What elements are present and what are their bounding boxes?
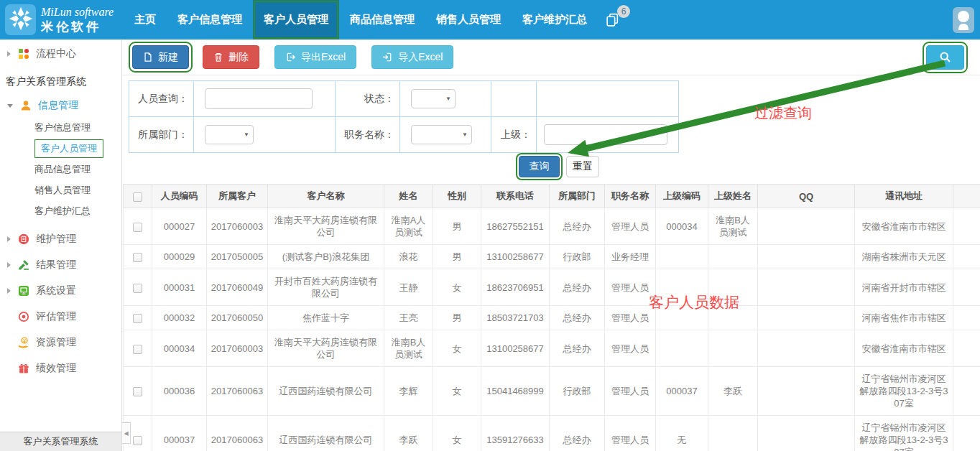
target-icon	[17, 311, 29, 323]
sidebar-item-evaluation-mgmt[interactable]: 评估管理	[0, 304, 121, 330]
sidebar-item-maintenance-mgmt[interactable]: 维护管理	[0, 226, 121, 252]
nav-item-maintenance-summary[interactable]: 客户维护汇总	[512, 0, 598, 39]
export-button-label: 导出Excel	[301, 51, 346, 64]
cell: 000034	[656, 208, 708, 245]
table-header-row: 人员编码所属客户客户名称姓名性别联系电话所属部门职务名称上级编码上级姓名QQ通讯…	[124, 185, 980, 208]
row-checkbox[interactable]	[133, 387, 142, 396]
sidebar-item-label: 客户信息管理	[34, 121, 91, 134]
table-row[interactable]: 0000362017060063辽西国药连锁有限公司李辉女15041468999…	[124, 367, 980, 416]
sidebar-item-label: 系统设置	[36, 284, 76, 297]
cell: 管理人员	[605, 208, 656, 245]
table-row[interactable]: 0000322017060050焦作蓝十字王亮男18503721703总经办管理…	[124, 306, 980, 330]
cell: 2017050005	[207, 245, 268, 269]
cell: 李跃	[708, 367, 758, 416]
table-row[interactable]: 0000292017050005(测试客户B)浪花集团浪花男1310025867…	[124, 245, 980, 269]
cell: 13591276633	[481, 416, 550, 451]
cell: 李辉	[384, 367, 433, 416]
query-button[interactable]: 查询	[519, 156, 560, 177]
column-header: 所属客户	[207, 185, 268, 208]
new-button[interactable]: 新建	[132, 45, 189, 69]
select-all-checkbox[interactable]	[133, 192, 142, 202]
cell-empty	[953, 269, 980, 306]
cell: 总经办	[550, 269, 605, 306]
filter-form: 人员查询： 状态： ▼ 所属部门： ▼ 职务名称： ▼ 上级：	[129, 80, 679, 153]
cell: 000037	[656, 367, 708, 416]
nav-item-customer-info[interactable]: 客户信息管理	[167, 0, 253, 39]
reset-button[interactable]: 重置	[566, 156, 599, 177]
settings-icon	[17, 285, 29, 297]
import-icon	[382, 52, 393, 62]
sidebar-item-resource-mgmt[interactable]: 资源管理	[0, 330, 121, 355]
row-checkbox[interactable]	[133, 345, 142, 354]
import-excel-button[interactable]: 导入Excel	[371, 45, 453, 69]
user-avatar[interactable]	[953, 7, 974, 33]
column-header: 姓名	[384, 185, 433, 208]
cell-empty	[953, 208, 980, 245]
cell: 管理人员	[605, 269, 656, 306]
trash-icon	[213, 52, 223, 62]
brand-name-en: MiLun software	[41, 5, 114, 19]
cell-empty	[953, 245, 980, 269]
superior-input[interactable]	[544, 124, 667, 145]
nav-item-home[interactable]: 主页	[124, 0, 167, 39]
cell: 000031	[152, 269, 207, 306]
column-header: 职务名称	[605, 185, 656, 208]
row-checkbox[interactable]	[133, 436, 142, 445]
nav-item-product-info[interactable]: 商品信息管理	[339, 0, 425, 39]
sidebar-item-result-mgmt[interactable]: 结果管理	[0, 252, 121, 278]
cell	[758, 306, 855, 330]
filter-empty-cell	[537, 81, 679, 117]
sidebar-item-info-mgmt[interactable]: 信息管理	[0, 94, 121, 117]
sidebar-item-customer-info[interactable]: 客户信息管理	[0, 117, 121, 138]
table-row[interactable]: 0000272017060003淮南天平大药房连锁有限公司淮南A人员测试男186…	[124, 208, 980, 245]
sidebar-item-sales-personnel[interactable]: 销售人员管理	[0, 180, 121, 200]
sidebar-item-process-center[interactable]: 流程中心	[0, 41, 121, 67]
sidebar-collapse-handle[interactable]: ◀	[122, 422, 131, 444]
sidebar-item-performance-mgmt[interactable]: 绩效管理	[0, 355, 121, 381]
column-header: 通讯地址	[855, 185, 953, 208]
row-checkbox[interactable]	[133, 284, 142, 293]
cell-empty	[953, 367, 980, 416]
cell	[708, 306, 758, 330]
chevron-down-icon: ▼	[462, 131, 468, 138]
person-query-input[interactable]	[205, 88, 313, 109]
cell: 王静	[384, 269, 433, 306]
chevron-down-icon: ▼	[244, 131, 249, 138]
toolbar: 新建 删除 导出Excel 导入Excel	[123, 39, 980, 75]
sidebar-item-system-settings[interactable]: 系统设置	[0, 278, 121, 304]
sidebar-item-product-info[interactable]: 商品信息管理	[0, 159, 121, 180]
search-button[interactable]	[926, 45, 964, 70]
sidebar-item-label: 信息管理	[38, 99, 78, 112]
nav-item-sales-personnel[interactable]: 销售人员管理	[425, 0, 512, 39]
cell: 2017060063	[207, 367, 268, 416]
export-excel-button[interactable]: 导出Excel	[274, 45, 356, 69]
job-title-select[interactable]: ▼	[411, 125, 472, 144]
delete-button[interactable]: 删除	[203, 45, 259, 69]
cell: 18503721703	[481, 306, 550, 330]
row-checkbox[interactable]	[133, 314, 142, 323]
nav-item-customer-personnel[interactable]: 客户人员管理	[253, 0, 339, 39]
status-select[interactable]: ▼	[411, 89, 456, 108]
row-checkbox[interactable]	[133, 253, 142, 262]
cell: 000032	[152, 306, 207, 330]
column-header: 上级编码	[656, 185, 708, 208]
cell	[656, 306, 708, 330]
table-row[interactable]: 0000342017060003淮南天平大药房连锁有限公司淮南B人员测试女131…	[124, 330, 980, 367]
sidebar-item-label: 绩效管理	[36, 362, 76, 375]
sidebar-item-label: 维护管理	[36, 233, 76, 246]
sidebar-item-customer-personnel[interactable]: 客户人员管理	[0, 138, 121, 159]
cell: 女	[433, 330, 481, 367]
sidebar-item-maintenance-summary[interactable]: 客户维护汇总	[0, 200, 121, 221]
notifications-button[interactable]: 6	[605, 0, 620, 39]
table-row[interactable]: 0000312017060049开封市百姓大药房连锁有限公司王静女1862370…	[124, 269, 980, 306]
cell	[708, 245, 758, 269]
column-header: 所属部门	[550, 185, 605, 208]
cell: 湖南省株洲市天元区	[855, 245, 953, 269]
cell: 总经办	[550, 208, 605, 245]
table-row[interactable]: 0000372017060063辽西国药连锁有限公司李跃女13591276633…	[124, 416, 980, 451]
cell: 辽宁省锦州市凌河区解放路四段13-2-3号307室	[855, 367, 953, 416]
dept-select[interactable]: ▼	[205, 125, 254, 144]
row-checkbox[interactable]	[133, 223, 142, 232]
cell: 淮南天平大药房连锁有限公司	[268, 330, 384, 367]
cell: 业务经理	[605, 245, 656, 269]
